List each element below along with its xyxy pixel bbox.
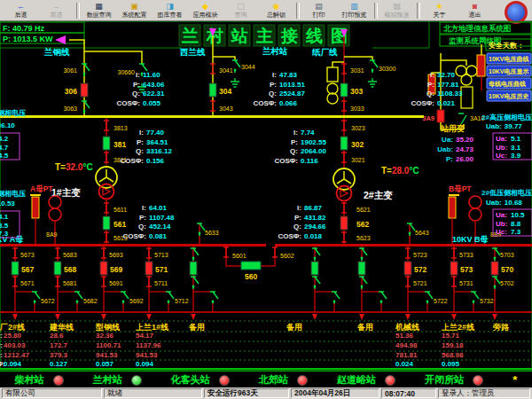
disconnector-icon[interactable] <box>12 248 18 258</box>
breaker-571[interactable] <box>145 262 153 275</box>
disconnector-open-icon[interactable] <box>210 292 218 304</box>
station-tab-兰村站[interactable]: 兰村站 <box>93 373 142 387</box>
voltage-button-label[interactable]: 10KV电压历史 <box>489 93 529 100</box>
switch-3A10[interactable] <box>458 113 466 124</box>
toolbar-button-退出[interactable]: ◙退出 <box>458 1 492 20</box>
disconnector-open-icon[interactable] <box>492 277 500 289</box>
label-5611: 5611 <box>113 207 127 213</box>
station-tab-label[interactable]: 兰村站 <box>93 373 122 387</box>
disconnector-open-icon[interactable] <box>359 277 367 289</box>
voltage-button-label[interactable]: 10KV电压曲线 <box>489 55 529 63</box>
breaker-spare6[interactable] <box>358 262 365 275</box>
breaker-569[interactable] <box>100 262 107 275</box>
breaker-303[interactable] <box>340 83 348 97</box>
toolbar-button-应用模块[interactable]: ◆应用模块 <box>188 1 223 20</box>
disconnector-icon[interactable] <box>341 121 347 130</box>
breaker-302[interactable] <box>340 137 348 150</box>
toolbar-button-打印预览[interactable]: ▥打印预览 <box>337 1 372 20</box>
breaker-560[interactable] <box>241 262 261 270</box>
disconnector-icon[interactable] <box>341 101 347 111</box>
breaker-381[interactable] <box>103 137 110 150</box>
breaker-3A9[interactable] <box>437 110 444 122</box>
toolbar-button-后退[interactable]: ←后退 <box>4 1 38 20</box>
disconnector-icon[interactable] <box>451 248 457 258</box>
station-tab-柴村站[interactable]: 柴村站 <box>15 373 64 387</box>
breaker-561[interactable] <box>103 216 110 230</box>
disconnector-icon[interactable] <box>101 248 106 258</box>
disconnector-open-icon[interactable] <box>197 223 205 236</box>
breaker-567[interactable] <box>12 262 19 275</box>
disconnector-open-icon[interactable] <box>232 60 240 73</box>
disconnector-open-icon[interactable] <box>407 223 415 236</box>
disconnector-icon[interactable] <box>341 232 347 242</box>
voltage-button-label[interactable]: 母线电压曲线 <box>488 80 526 88</box>
breaker-562[interactable] <box>340 216 348 230</box>
disconnector-icon[interactable] <box>146 277 152 286</box>
disconnector-open-icon[interactable] <box>379 292 387 304</box>
disconnector-open-icon[interactable] <box>74 292 82 304</box>
disconnector-icon[interactable] <box>104 153 109 162</box>
toolbar: ←后退→前进▦数据查询▣系统配置◨图库查看◆应用模块▢查询◉总解锁▤打印▥打印预… <box>0 0 532 21</box>
disconnector-open-icon[interactable] <box>370 60 378 73</box>
disconnector-open-icon[interactable] <box>312 248 320 261</box>
disconnector-open-icon[interactable] <box>191 277 199 289</box>
disconnector-icon[interactable] <box>405 277 411 286</box>
disconnector-icon[interactable] <box>55 277 60 286</box>
station-tab-化客头站[interactable]: 化客头站 <box>171 373 230 387</box>
disconnector-icon[interactable] <box>341 153 347 162</box>
disconnector-icon[interactable] <box>210 101 215 111</box>
disconnector-icon[interactable] <box>341 64 347 74</box>
link-gis-map-label[interactable]: 北方地理信息系统图 <box>442 24 512 33</box>
disconnector-icon[interactable] <box>12 277 18 286</box>
toolbar-button-总解锁[interactable]: ◉总解锁 <box>259 1 293 20</box>
disconnector-icon[interactable] <box>272 247 278 257</box>
disconnector-open-icon[interactable] <box>82 64 90 76</box>
breaker-306[interactable] <box>81 83 88 97</box>
disconnector-icon[interactable] <box>104 121 109 130</box>
toolbar-button-打印[interactable]: ▤打印 <box>301 1 336 20</box>
disconnector-open-icon[interactable] <box>121 292 129 304</box>
disconnector-open-icon[interactable] <box>332 292 340 304</box>
disconnector-icon[interactable] <box>210 64 215 74</box>
breaker-304[interactable] <box>209 83 216 97</box>
disconnector-open-icon[interactable] <box>312 277 320 289</box>
disconnector-open-icon[interactable] <box>166 292 174 304</box>
station-tab-label[interactable]: 柴村站 <box>15 373 44 387</box>
station-tab-label[interactable]: 化客头站 <box>171 373 210 387</box>
station-tab-label[interactable]: 开闭所站 <box>425 373 464 387</box>
disconnector-icon[interactable] <box>146 248 152 258</box>
station-tab-赵道峪站[interactable]: 赵道峪站 <box>337 373 395 387</box>
breaker-572[interactable] <box>404 262 411 275</box>
disconnector-open-icon[interactable] <box>82 101 90 113</box>
station-tab-label[interactable]: 赵道峪站 <box>337 373 376 387</box>
breaker-570[interactable] <box>491 262 498 275</box>
disconnector-icon[interactable] <box>101 277 106 286</box>
disconnector-open-icon[interactable] <box>471 292 479 304</box>
disconnector-icon[interactable] <box>451 277 457 286</box>
link-gis-map[interactable]: 北方地理信息系统图 <box>440 22 531 34</box>
disconnector-open-icon[interactable] <box>32 292 40 304</box>
disconnector-open-icon[interactable] <box>191 248 199 261</box>
breaker-spare5[interactable] <box>311 262 318 275</box>
company-panel: 有限公司 <box>2 388 102 398</box>
toolbar-button-系统配置[interactable]: ▣系统配置 <box>117 1 152 20</box>
disconnector-open-icon[interactable] <box>425 292 433 304</box>
station-tab-开闭所站[interactable]: 开闭所站 <box>425 373 483 387</box>
disconnector-icon[interactable] <box>104 232 109 242</box>
toolbar-button-数据查询[interactable]: ▦数据查询 <box>82 1 116 20</box>
disconnector-icon[interactable] <box>55 248 60 258</box>
disconnector-icon[interactable] <box>341 203 347 213</box>
disconnector-icon[interactable] <box>223 247 229 257</box>
station-tab-北郊站[interactable]: 北郊站 <box>259 373 308 387</box>
disconnector-open-icon[interactable] <box>359 248 367 261</box>
disconnector-open-icon[interactable] <box>492 248 500 261</box>
breaker-568[interactable] <box>54 262 61 275</box>
breaker-spare4[interactable] <box>190 262 197 275</box>
disconnector-icon[interactable] <box>405 248 411 258</box>
disconnector-icon[interactable] <box>104 203 109 213</box>
toolbar-button-图库查看[interactable]: ◨图库查看 <box>153 1 187 20</box>
toolbar-button-关于[interactable]: ★关于 <box>422 1 457 20</box>
station-tab-label[interactable]: 北郊站 <box>259 373 288 387</box>
voltage-button-label[interactable]: 10KV电压显示 <box>489 68 529 75</box>
breaker-573[interactable] <box>450 262 458 275</box>
